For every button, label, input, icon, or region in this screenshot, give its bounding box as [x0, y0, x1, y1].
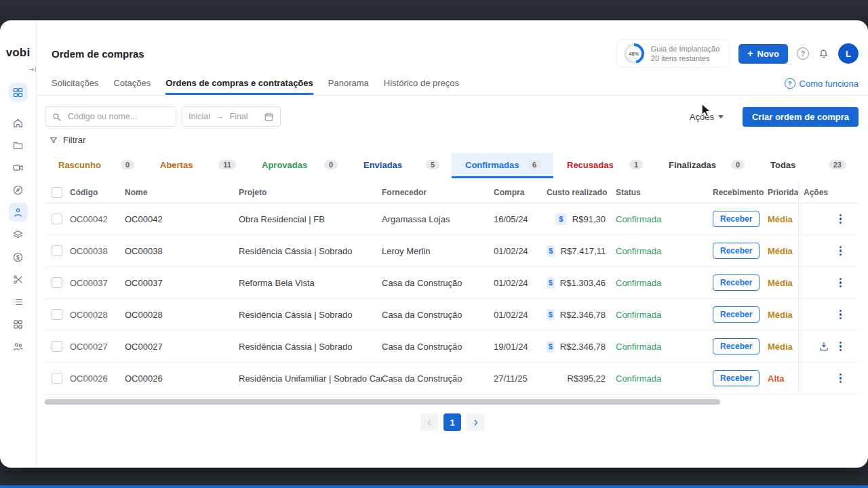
sidebar-item-list[interactable]	[9, 292, 28, 311]
receber-button[interactable]: Receber	[713, 211, 760, 227]
payment-icon[interactable]: $	[555, 214, 567, 225]
status-tab-abertas[interactable]: Abertas11	[146, 153, 248, 178]
filter-label: Filtrar	[63, 135, 85, 145]
payment-icon[interactable]: $	[547, 277, 555, 289]
tab-cotacoes[interactable]: Cotações	[113, 78, 151, 95]
row-menu-icon[interactable]	[836, 307, 845, 323]
row-compra: 16/05/24	[494, 214, 547, 224]
actions-dropdown[interactable]: Ações	[690, 112, 724, 122]
sidebar-item-team[interactable]	[9, 337, 28, 356]
row-menu-icon[interactable]	[836, 275, 845, 291]
sidebar-item-media[interactable]	[9, 158, 28, 177]
row-menu-icon[interactable]	[836, 211, 845, 227]
row-checkbox[interactable]	[52, 214, 62, 224]
date-end[interactable]: Final	[229, 112, 248, 121]
sidebar-expand-icon[interactable]	[27, 64, 38, 75]
row-checkbox-cell	[45, 277, 70, 288]
row-checkbox[interactable]	[52, 373, 62, 384]
row-menu-icon[interactable]	[836, 371, 845, 386]
select-all-checkbox[interactable]	[52, 187, 62, 198]
date-range-picker[interactable]: Inicial → Final	[182, 106, 281, 127]
sidebar-item-projects[interactable]	[9, 136, 28, 155]
sidebar-item-home[interactable]	[9, 113, 28, 132]
avatar[interactable]: L	[838, 43, 859, 64]
help-glyph: ?	[801, 50, 805, 58]
status-tab-todas[interactable]: Todas23	[757, 153, 859, 178]
row-custo-value: R$1.303,46	[560, 278, 606, 288]
row-checkbox-cell	[45, 245, 70, 256]
row-menu-icon[interactable]	[836, 243, 845, 259]
sidebar-item-compass[interactable]	[9, 180, 28, 199]
notifications-icon[interactable]	[818, 48, 829, 60]
sidebar-item-layers[interactable]	[9, 225, 28, 244]
status-tab-confirmadas[interactable]: Confirmadas6	[452, 153, 553, 178]
help-icon[interactable]: ?	[797, 47, 809, 60]
payment-icon[interactable]: $	[547, 245, 555, 257]
row-checkbox[interactable]	[52, 245, 62, 256]
topbar: Ordem de compras 46% Guia de Implantação…	[37, 20, 868, 75]
row-checkbox[interactable]	[52, 309, 62, 320]
status-tab-enviadas[interactable]: Enviadas5	[350, 153, 452, 178]
receber-button[interactable]: Receber	[713, 370, 760, 386]
row-status: Confirmada	[611, 214, 706, 224]
header-checkbox-cell	[45, 187, 70, 198]
header-nome: Nome	[125, 188, 239, 197]
search-input[interactable]	[66, 111, 170, 122]
receber-button[interactable]: Receber	[713, 306, 760, 323]
purchase-flow-icon	[12, 207, 24, 218]
como-funciona-link[interactable]: ? Como funciona	[785, 78, 859, 95]
filter-toggle[interactable]: Filtrar	[37, 135, 868, 145]
row-acoes	[798, 331, 859, 362]
prev-page-button[interactable]	[420, 413, 438, 431]
new-button[interactable]: + Novo	[738, 44, 788, 64]
pagination: 1	[37, 413, 868, 431]
row-projeto: Residência Unifamiliar | Sobrado Carlos	[239, 373, 382, 384]
row-checkbox[interactable]	[52, 277, 62, 288]
create-order-button[interactable]: Criar ordem de compra	[743, 107, 859, 127]
row-fornecedor: Casa da Construção	[382, 373, 494, 384]
tab-historico-precos[interactable]: Histórico de preços	[384, 78, 459, 95]
row-menu-icon[interactable]	[836, 339, 845, 354]
scrollbar-thumb[interactable]	[45, 399, 720, 405]
payment-icon[interactable]: $	[547, 341, 555, 352]
receber-button[interactable]: Receber	[713, 338, 760, 354]
tab-panorama[interactable]: Panorama	[328, 78, 369, 95]
row-compra: 19/01/24	[494, 342, 547, 352]
receber-button[interactable]: Receber	[713, 274, 760, 291]
guide-subtitle: 20 itens restantes	[651, 54, 720, 63]
status-tab-label: Todas	[770, 160, 795, 170]
sidebar-item-purchase-flow[interactable]	[9, 203, 28, 222]
receber-button[interactable]: Receber	[713, 243, 760, 259]
header-status: Status	[611, 188, 706, 197]
sidebar-item-finances[interactable]	[9, 247, 28, 266]
payment-icon[interactable]: $	[547, 309, 555, 321]
implementation-guide[interactable]: 46% Guia de Implantação 20 itens restant…	[616, 39, 730, 68]
filter-row: Inicial → Final Ações Criar ordem de com…	[37, 106, 868, 127]
date-start[interactable]: Inicial	[189, 112, 210, 121]
sidebar-item-dashboard[interactable]	[9, 83, 28, 102]
sidebar-item-tools[interactable]	[9, 270, 28, 289]
sidebar: vobi	[0, 20, 37, 468]
status-tab-rascunho[interactable]: Rascunho0	[45, 153, 146, 178]
status-tab-recusadas[interactable]: Recusadas1	[553, 153, 655, 178]
priority-value: Alta	[768, 373, 785, 384]
row-checkbox[interactable]	[52, 341, 62, 352]
current-page[interactable]: 1	[443, 413, 461, 431]
row-compra: 01/02/24	[494, 246, 547, 256]
header-codigo: Código	[70, 188, 125, 197]
table-header: Código Nome Projeto Fornecedor Compra Cu…	[45, 182, 859, 203]
row-recebimento: Receber	[706, 370, 768, 386]
download-icon[interactable]	[818, 341, 829, 352]
horizontal-scrollbar	[45, 399, 859, 405]
tab-ordens-de-compras[interactable]: Ordens de compras e contratações	[165, 78, 313, 95]
row-custo-value: R$395,22	[568, 373, 606, 384]
sidebar-item-apps[interactable]	[9, 314, 28, 333]
status-tab-aprovadas[interactable]: Aprovadas0	[248, 153, 350, 178]
status-tab-label: Confirmadas	[465, 160, 519, 170]
tab-solicitacoes[interactable]: Solicitações	[52, 78, 98, 95]
row-prioridade: Média	[768, 278, 798, 288]
row-projeto: Obra Residencial | FB	[239, 214, 382, 224]
next-page-button[interactable]	[467, 413, 484, 431]
row-codigo: OC00038	[70, 246, 125, 256]
status-tab-finalizadas[interactable]: Finalizadas0	[655, 153, 757, 178]
